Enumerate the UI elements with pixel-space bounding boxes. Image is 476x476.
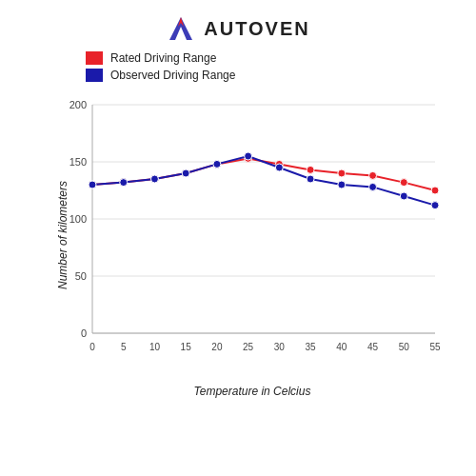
svg-point-42: [213, 160, 221, 168]
page: AUTOVEN Rated Driving Range Observed Dri…: [0, 0, 476, 476]
y-axis-label: Number of kilometers: [56, 181, 69, 289]
legend-item-observed: Observed Driving Range: [86, 69, 235, 82]
chart-svg: 0501001502000510152025303540455055: [52, 88, 452, 383]
svg-point-47: [369, 183, 377, 190]
svg-point-33: [307, 166, 314, 173]
svg-point-38: [89, 181, 96, 188]
svg-text:200: 200: [69, 99, 87, 110]
legend-color-observed: [86, 69, 103, 82]
chart-area: Number of kilometers 0501001502000510152…: [52, 88, 452, 383]
svg-text:55: 55: [429, 342, 441, 352]
svg-text:50: 50: [399, 342, 410, 352]
svg-text:40: 40: [336, 342, 347, 352]
x-axis-label: Temperature in Celcius: [194, 385, 311, 398]
legend: Rated Driving Range Observed Driving Ran…: [86, 51, 235, 82]
logo-icon: [166, 13, 196, 44]
svg-point-36: [400, 179, 407, 187]
svg-point-37: [431, 187, 439, 194]
svg-text:50: 50: [75, 270, 87, 282]
svg-text:30: 30: [274, 342, 286, 352]
svg-point-49: [431, 202, 439, 209]
svg-point-35: [369, 171, 377, 179]
svg-text:100: 100: [69, 213, 87, 225]
svg-text:5: 5: [121, 342, 127, 352]
legend-color-rated: [86, 51, 103, 65]
svg-text:0: 0: [89, 342, 95, 352]
brand-name: AUTOVEN: [204, 18, 309, 40]
svg-text:150: 150: [69, 156, 87, 168]
svg-text:10: 10: [149, 342, 161, 352]
svg-text:0: 0: [81, 327, 87, 339]
legend-label-observed: Observed Driving Range: [110, 69, 235, 82]
svg-point-39: [120, 179, 128, 187]
svg-text:25: 25: [243, 342, 254, 352]
svg-point-48: [400, 192, 407, 200]
svg-point-40: [150, 175, 158, 183]
legend-label-rated: Rated Driving Range: [110, 51, 216, 65]
svg-text:45: 45: [367, 342, 379, 352]
svg-text:20: 20: [211, 342, 223, 352]
svg-point-34: [338, 169, 346, 177]
svg-text:15: 15: [181, 342, 192, 352]
svg-point-44: [275, 164, 283, 171]
legend-item-rated: Rated Driving Range: [86, 51, 235, 65]
header: AUTOVEN: [166, 13, 309, 44]
svg-point-43: [245, 152, 252, 160]
svg-point-46: [338, 181, 346, 188]
svg-point-41: [182, 169, 189, 177]
svg-point-45: [307, 175, 314, 183]
svg-text:35: 35: [306, 342, 317, 352]
